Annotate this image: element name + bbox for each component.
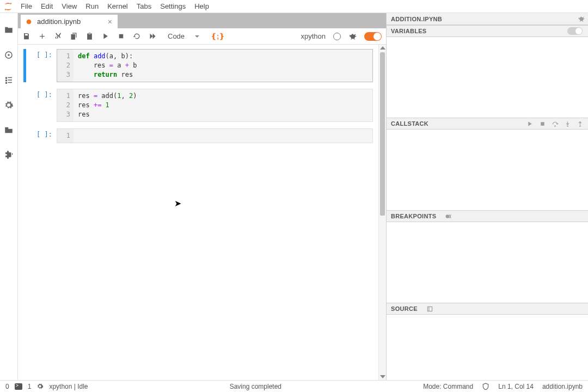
trusted-icon[interactable] xyxy=(482,383,489,390)
tab-title: addition.ipynb xyxy=(37,17,103,26)
menu-help[interactable]: Help xyxy=(190,1,213,11)
activity-bar xyxy=(0,13,18,380)
continue-icon[interactable] xyxy=(526,120,534,127)
status-filename[interactable]: addition.ipynb xyxy=(542,383,583,390)
clear-breakpoints-icon[interactable] xyxy=(445,213,452,220)
copy-icon[interactable] xyxy=(70,32,78,40)
vertical-scrollbar[interactable] xyxy=(378,45,386,380)
extension-icon[interactable] xyxy=(4,150,14,160)
toc-icon[interactable] xyxy=(4,75,14,85)
line-gutter: 1 2 3 xyxy=(57,50,74,82)
svg-rect-5 xyxy=(119,34,124,39)
svg-rect-6 xyxy=(541,122,544,126)
status-count-0[interactable]: 0 xyxy=(5,383,9,390)
code-cell[interactable]: [ ]:1 xyxy=(23,128,373,143)
cell-input[interactable]: 1 xyxy=(57,128,373,143)
code-cell[interactable]: [ ]:1 2 3res = add(1, 2) res += 1 res xyxy=(23,89,373,122)
save-icon[interactable] xyxy=(22,32,30,40)
menu-settings[interactable]: Settings xyxy=(156,1,190,11)
scroll-down-icon[interactable] xyxy=(380,375,385,378)
status-message: Saving completed xyxy=(96,383,416,390)
run-icon[interactable] xyxy=(101,32,109,40)
status-count-1[interactable]: 1 xyxy=(28,383,32,390)
restart-icon[interactable] xyxy=(133,32,141,40)
tab-notebook[interactable]: addition.ipynb × xyxy=(20,14,118,28)
bug-icon[interactable] xyxy=(578,15,585,22)
line-gutter: 1 2 3 xyxy=(57,89,74,121)
status-mode[interactable]: Mode: Command xyxy=(423,383,473,390)
debugger-toggle[interactable] xyxy=(364,32,382,41)
settings-icon[interactable] xyxy=(4,100,14,110)
paste-icon[interactable] xyxy=(85,32,94,40)
menu-tabs[interactable]: Tabs xyxy=(132,1,156,11)
svg-point-0 xyxy=(10,2,11,3)
chevron-down-icon xyxy=(194,34,200,39)
run-all-icon[interactable] xyxy=(149,32,157,40)
variables-header[interactable]: VARIABLES xyxy=(387,25,588,37)
menubar: File Edit View Run Kernel Tabs Settings … xyxy=(0,0,588,13)
code-cell[interactable]: [ ]:1 2 3def add(a, b): res = a + b retu… xyxy=(23,49,373,82)
line-gutter: 1 xyxy=(57,129,74,143)
step-into-icon[interactable] xyxy=(564,120,571,127)
cell-input[interactable]: 1 2 3res = add(1, 2) res += 1 res xyxy=(57,89,373,122)
cell-type-value: Code xyxy=(168,32,185,40)
cell-prompt: [ ]: xyxy=(26,128,57,143)
cell-prompt: [ ]: xyxy=(26,49,57,82)
add-cell-icon[interactable] xyxy=(38,32,46,40)
cell-type-dropdown[interactable]: Code xyxy=(164,31,203,41)
code-editor[interactable]: def add(a, b): res = a + b return res xyxy=(74,50,372,82)
terminal-icon[interactable] xyxy=(15,383,22,390)
code-editor[interactable] xyxy=(74,129,372,143)
scrollbar-thumb[interactable] xyxy=(380,52,385,216)
notebook-area[interactable]: [ ]:1 2 3def add(a, b): res = a + b retu… xyxy=(18,45,378,380)
close-icon[interactable]: × xyxy=(108,18,112,26)
source-body xyxy=(387,315,588,380)
svg-rect-11 xyxy=(427,307,432,311)
breakpoints-body xyxy=(387,222,588,303)
menu-run[interactable]: Run xyxy=(81,1,103,11)
status-kernel[interactable]: xpython | Idle xyxy=(49,383,88,390)
menu-kernel[interactable]: Kernel xyxy=(103,1,132,11)
gear-icon[interactable] xyxy=(36,383,44,390)
open-source-icon[interactable] xyxy=(426,305,433,313)
svg-point-1 xyxy=(5,9,6,10)
running-icon[interactable] xyxy=(4,50,14,60)
kernel-status-icon[interactable] xyxy=(333,33,341,40)
pause-icon[interactable] xyxy=(539,120,546,127)
callstack-body xyxy=(387,130,588,210)
svg-point-10 xyxy=(446,215,450,218)
cell-prompt: [ ]: xyxy=(26,89,57,122)
svg-point-4 xyxy=(27,19,32,24)
debugger-panel: ADDITION.IPYNB VARIABLES CALLSTACK BREAK… xyxy=(386,13,588,380)
tabs-icon[interactable] xyxy=(4,125,14,135)
source-header[interactable]: SOURCE xyxy=(387,303,588,315)
callstack-header[interactable]: CALLSTACK xyxy=(387,118,588,130)
jupyter-logo-icon xyxy=(3,2,13,11)
bug-icon[interactable] xyxy=(348,32,357,40)
notebook-toolbar: Code ❴;❵ xpython xyxy=(18,28,386,45)
cut-icon[interactable] xyxy=(54,32,62,40)
variables-body xyxy=(387,37,588,118)
menu-file[interactable]: File xyxy=(16,1,36,11)
tab-bar: addition.ipynb × xyxy=(18,13,386,28)
breakpoints-header[interactable]: BREAKPOINTS xyxy=(387,210,588,222)
svg-point-7 xyxy=(554,125,555,126)
notebook-file-icon xyxy=(25,18,33,26)
status-cursor-pos[interactable]: Ln 1, Col 14 xyxy=(498,383,534,390)
kernel-name[interactable]: xpython xyxy=(301,32,326,40)
menu-view[interactable]: View xyxy=(57,1,81,11)
variables-view-toggle[interactable] xyxy=(567,27,583,35)
debugger-title: ADDITION.IPYNB xyxy=(387,13,588,25)
svg-point-9 xyxy=(579,125,580,126)
step-over-icon[interactable] xyxy=(552,120,559,127)
scroll-up-icon[interactable] xyxy=(380,46,385,50)
folder-icon[interactable] xyxy=(4,25,14,35)
svg-point-8 xyxy=(567,125,568,126)
stop-icon[interactable] xyxy=(117,32,125,40)
menu-edit[interactable]: Edit xyxy=(36,1,57,11)
code-editor[interactable]: res = add(1, 2) res += 1 res xyxy=(74,89,372,121)
render-icon[interactable]: ❴;❵ xyxy=(211,32,225,40)
step-out-icon[interactable] xyxy=(577,120,584,127)
status-bar: 0 1 xpython | Idle Saving completed Mode… xyxy=(0,380,588,392)
cell-input[interactable]: 1 2 3def add(a, b): res = a + b return r… xyxy=(57,49,373,82)
